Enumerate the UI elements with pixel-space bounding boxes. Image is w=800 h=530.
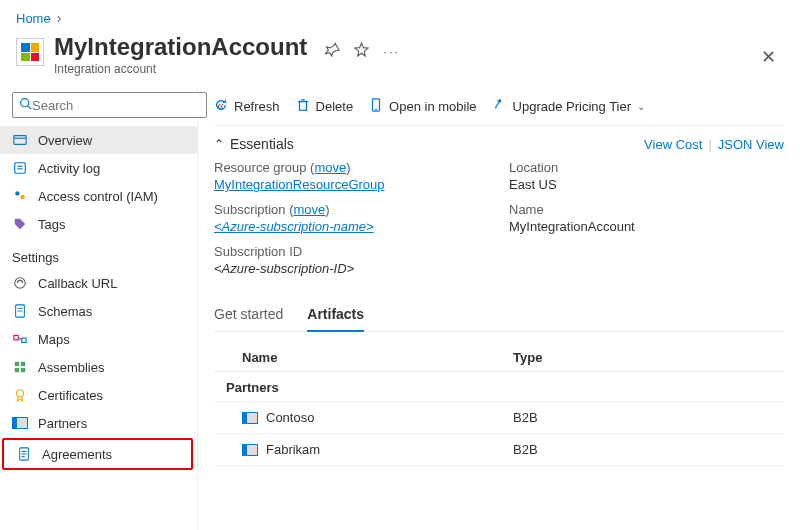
- page-title: MyIntegrationAccount: [54, 34, 307, 60]
- svg-point-7: [15, 192, 19, 196]
- tags-icon: [12, 216, 28, 232]
- search-input[interactable]: [32, 98, 200, 113]
- artifact-name: Contoso: [266, 410, 314, 425]
- name-value: MyIntegrationAccount: [509, 219, 784, 234]
- json-view-link[interactable]: JSON View: [718, 137, 784, 152]
- assemblies-icon: [12, 359, 28, 375]
- svg-point-8: [20, 195, 24, 199]
- schemas-icon: [12, 303, 28, 319]
- svg-rect-14: [22, 339, 26, 343]
- sidebar-item-tags[interactable]: Tags: [0, 210, 197, 238]
- sidebar-item-label: Maps: [38, 332, 70, 347]
- svg-rect-13: [14, 336, 18, 340]
- sidebar-item-partners[interactable]: Partners: [0, 409, 197, 437]
- mobile-icon: [369, 98, 383, 115]
- tab-artifacts[interactable]: Artifacts: [307, 298, 364, 332]
- sidebar-item-overview[interactable]: Overview: [0, 126, 197, 154]
- svg-rect-25: [299, 102, 306, 111]
- svg-rect-19: [21, 368, 25, 372]
- sidebar-section-settings: Settings: [0, 238, 197, 269]
- chevron-up-icon: ⌃: [214, 137, 224, 151]
- subscription-label: Subscription (move): [214, 202, 489, 217]
- search-icon: [19, 97, 32, 113]
- artifact-type: B2B: [513, 410, 784, 425]
- resource-group-move-link[interactable]: move: [314, 160, 346, 175]
- sidebar-item-agreements[interactable]: Agreements: [4, 440, 191, 468]
- resource-group-value[interactable]: MyIntegrationResourceGroup: [214, 177, 385, 192]
- open-in-mobile-button[interactable]: Open in mobile: [369, 98, 476, 115]
- activity-log-icon: [12, 160, 28, 176]
- artifact-name: Fabrikam: [266, 442, 320, 457]
- partners-icon: [12, 415, 28, 431]
- sidebar-item-schemas[interactable]: Schemas: [0, 297, 197, 325]
- delete-icon: [296, 98, 310, 115]
- certificates-icon: [12, 387, 28, 403]
- view-cost-link[interactable]: View Cost: [644, 137, 702, 152]
- tabs: Get started Artifacts: [214, 298, 784, 332]
- more-icon[interactable]: ···: [383, 44, 400, 59]
- column-header-name[interactable]: Name: [242, 350, 513, 365]
- resource-group-label: Resource group (move): [214, 160, 489, 175]
- page-header: MyIntegrationAccount Integration account…: [0, 30, 800, 88]
- svg-rect-4: [15, 163, 26, 174]
- command-bar: Refresh Delete Open in mobile Upgrade Pr…: [214, 94, 784, 125]
- table-group-partners[interactable]: Partners: [214, 372, 784, 402]
- table-row[interactable]: Fabrikam B2B: [214, 434, 784, 466]
- svg-rect-2: [14, 136, 26, 145]
- artifact-type: B2B: [513, 442, 784, 457]
- access-control-icon: [12, 188, 28, 204]
- upgrade-pricing-button[interactable]: Upgrade Pricing Tier ⌄: [493, 98, 646, 115]
- subscription-move-link[interactable]: move: [293, 202, 325, 217]
- pin-icon[interactable]: [325, 42, 340, 60]
- close-icon[interactable]: ✕: [753, 42, 784, 72]
- refresh-icon: [214, 98, 228, 115]
- sidebar-item-label: Assemblies: [38, 360, 104, 375]
- sidebar-item-label: Schemas: [38, 304, 92, 319]
- maps-icon: [12, 331, 28, 347]
- tab-get-started[interactable]: Get started: [214, 298, 283, 331]
- sidebar-item-maps[interactable]: Maps: [0, 325, 197, 353]
- svg-point-9: [15, 278, 26, 289]
- sidebar-item-label: Partners: [38, 416, 87, 431]
- chevron-right-icon: ›: [57, 10, 62, 26]
- overview-icon: [12, 132, 28, 148]
- partner-icon: [242, 412, 258, 424]
- sidebar-item-label: Access control (IAM): [38, 189, 158, 204]
- integration-account-icon: [16, 38, 44, 66]
- breadcrumb: Home ›: [0, 0, 800, 30]
- sidebar-item-label: Certificates: [38, 388, 103, 403]
- sidebar-item-label: Activity log: [38, 161, 100, 176]
- subscription-value[interactable]: <Azure-subscription-name>: [214, 219, 374, 234]
- star-icon[interactable]: [354, 42, 369, 60]
- sidebar-item-callback-url[interactable]: Callback URL: [0, 269, 197, 297]
- svg-line-1: [28, 106, 31, 109]
- sidebar-item-label: Agreements: [42, 447, 112, 462]
- sidebar-item-access-control[interactable]: Access control (IAM): [0, 182, 197, 210]
- partner-icon: [242, 444, 258, 456]
- sidebar-item-activity-log[interactable]: Activity log: [0, 154, 197, 182]
- location-label: Location: [509, 160, 784, 175]
- column-header-type[interactable]: Type: [513, 350, 784, 365]
- essentials-grid: Resource group (move) MyIntegrationResou…: [214, 160, 784, 290]
- sidebar-item-label: Tags: [38, 217, 65, 232]
- svg-point-0: [21, 99, 29, 107]
- agreements-icon: [16, 446, 32, 462]
- breadcrumb-home[interactable]: Home: [16, 11, 51, 26]
- essentials-header[interactable]: ⌃ Essentials View Cost | JSON View: [214, 126, 784, 160]
- search-input-wrapper[interactable]: [12, 92, 207, 118]
- delete-button[interactable]: Delete: [296, 98, 354, 115]
- name-label: Name: [509, 202, 784, 217]
- svg-point-20: [17, 390, 24, 397]
- location-value: East US: [509, 177, 784, 192]
- sidebar-item-assemblies[interactable]: Assemblies: [0, 353, 197, 381]
- refresh-button[interactable]: Refresh: [214, 98, 280, 115]
- table-row[interactable]: Contoso B2B: [214, 402, 784, 434]
- sidebar-item-certificates[interactable]: Certificates: [0, 381, 197, 409]
- sidebar-item-label: Overview: [38, 133, 92, 148]
- svg-rect-16: [15, 362, 19, 366]
- chevron-down-icon: ⌄: [637, 101, 645, 112]
- sidebar-item-label: Callback URL: [38, 276, 117, 291]
- sidebar: « Overview Activity log Access control (…: [0, 88, 198, 530]
- callback-url-icon: [12, 275, 28, 291]
- subscription-id-value: <Azure-subscription-ID>: [214, 261, 354, 276]
